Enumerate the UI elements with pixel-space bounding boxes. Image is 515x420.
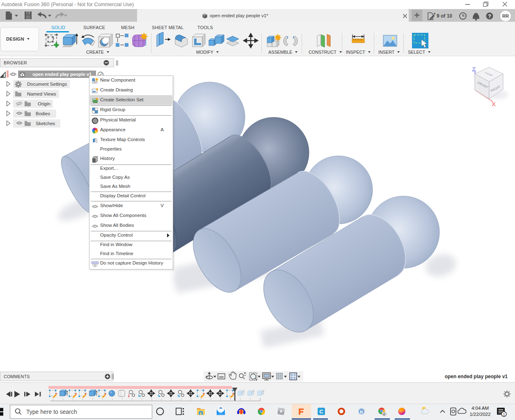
svg-text:X: X: [492, 100, 496, 107]
svg-text:C: C: [319, 409, 323, 415]
svg-text:1: 1: [503, 412, 505, 416]
svg-text:R: R: [360, 409, 364, 414]
svg-text:Z: Z: [472, 66, 476, 73]
svg-text:?: ?: [488, 14, 491, 19]
